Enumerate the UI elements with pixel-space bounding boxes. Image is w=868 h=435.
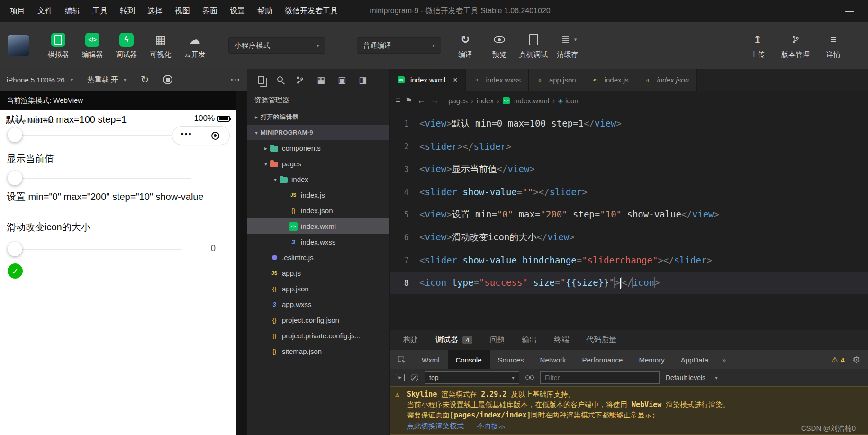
slider-default[interactable] bbox=[9, 135, 191, 136]
close-icon[interactable]: × bbox=[453, 76, 457, 84]
save-all-icon[interactable]: ▣ bbox=[338, 75, 346, 85]
console-levels-select[interactable]: Default levels ▾ bbox=[666, 374, 718, 381]
tab-index.wxml[interactable]: <>index.wxml× bbox=[390, 69, 466, 91]
menubar-item-8[interactable]: 界面 bbox=[196, 6, 224, 16]
console-warning-link-2[interactable]: 不再提示 bbox=[477, 422, 506, 430]
capsule-home-button[interactable] bbox=[201, 127, 230, 145]
live-expression-icon[interactable] bbox=[525, 375, 534, 380]
breadcrumb-item-index.wxml[interactable]: <>index.wxml bbox=[503, 97, 549, 105]
tree-item-project.config.json[interactable]: {}project.config.json bbox=[247, 312, 389, 328]
visualization-button[interactable]: 可视化 bbox=[145, 32, 176, 59]
source-control-icon[interactable] bbox=[296, 76, 304, 84]
menubar-item-10[interactable]: 帮助 bbox=[251, 6, 279, 16]
menubar-item-4[interactable]: 工具 bbox=[86, 6, 114, 16]
panel-tab-输出[interactable]: 输出 bbox=[522, 335, 537, 345]
minimize-icon[interactable]: — bbox=[845, 6, 854, 16]
debugger-button[interactable]: 调试器 bbox=[111, 32, 142, 59]
devtools-tab-performance[interactable]: Performance bbox=[574, 350, 631, 369]
warning-counter[interactable]: ⚠4 bbox=[832, 355, 845, 364]
code-line-8[interactable]: 8<icon type="success" size="{{size}}"></… bbox=[390, 272, 868, 294]
details-button[interactable]: 详情 bbox=[818, 32, 849, 59]
panel-resizer[interactable] bbox=[236, 91, 247, 435]
simulator-button[interactable]: 模拟器 bbox=[43, 32, 74, 59]
message-button[interactable]: 消 bbox=[856, 32, 868, 59]
devtools-tab-network[interactable]: Network bbox=[532, 350, 574, 369]
search-icon[interactable] bbox=[277, 76, 283, 82]
code-line-5[interactable]: 5<view>设置 min="0" max="200" step="10" sh… bbox=[390, 203, 868, 226]
tree-item-app.js[interactable]: JSapp.js bbox=[247, 265, 389, 281]
menubar-item-5[interactable]: 转到 bbox=[114, 6, 141, 16]
panel-tab-终端[interactable]: 终端 bbox=[554, 335, 569, 345]
navigate-back-icon[interactable]: ← bbox=[417, 96, 425, 106]
breadcrumb-item-index[interactable]: index bbox=[477, 97, 494, 105]
devtools-tab-sources[interactable]: Sources bbox=[490, 350, 532, 369]
device-select[interactable]: iPhone 5 100% 26 ▾ bbox=[7, 76, 73, 84]
menubar-item-11[interactable]: 微信开发者工具 bbox=[279, 6, 344, 16]
console-warning-link-1[interactable]: 点此切换渲染模式 bbox=[407, 422, 464, 430]
tab-app.json[interactable]: {}app.json bbox=[529, 69, 584, 91]
bookmark-icon[interactable]: ⚑ bbox=[405, 96, 412, 106]
stop-icon[interactable] bbox=[163, 75, 172, 84]
inspect-element-icon[interactable] bbox=[390, 355, 414, 364]
code-line-3[interactable]: 3<view>显示当前值</view> bbox=[390, 158, 868, 181]
tree-item-pages[interactable]: ▾pages bbox=[247, 156, 389, 172]
tab-index.js[interactable]: JSindex.js bbox=[584, 69, 637, 91]
more-tabs-icon[interactable]: » bbox=[716, 356, 732, 364]
menubar-item-2[interactable]: 文件 bbox=[31, 6, 59, 16]
menubar-item-1[interactable]: 项目 bbox=[4, 6, 31, 16]
mode-select[interactable]: 小程序模式 ▾ bbox=[228, 37, 326, 54]
panel-tab-问题[interactable]: 问题 bbox=[489, 335, 505, 345]
tree-item-index.wxss[interactable]: 3index.wxss bbox=[247, 234, 389, 250]
code-line-4[interactable]: 4<slider show-value=""></slider> bbox=[390, 181, 868, 203]
menubar-item-7[interactable]: 视图 bbox=[169, 6, 196, 16]
devtools-tab-appdata[interactable]: AppData bbox=[673, 350, 716, 369]
menubar-item-6[interactable]: 选择 bbox=[141, 6, 169, 16]
extensions-icon[interactable]: ▦ bbox=[317, 75, 325, 85]
outline-icon[interactable]: ≡ bbox=[396, 96, 400, 105]
hot-reload-toggle[interactable]: 热重载 开 ▾ bbox=[88, 75, 127, 84]
avatar[interactable] bbox=[8, 35, 29, 56]
tree-item-index.wxml[interactable]: <>index.wxml bbox=[247, 218, 389, 234]
tree-item-sitemap.json[interactable]: {}sitemap.json bbox=[247, 344, 389, 359]
menubar-item-3[interactable]: 编辑 bbox=[59, 6, 86, 16]
console-context-select[interactable]: top ▾ bbox=[425, 371, 519, 384]
files-icon[interactable] bbox=[258, 76, 264, 84]
console-filter-input[interactable] bbox=[540, 371, 660, 384]
code-editor[interactable]: 1<view>默认 min=0 max=100 step=1</view>2<s… bbox=[390, 110, 868, 330]
panel-tab-代码质量[interactable]: 代码质量 bbox=[586, 335, 616, 345]
more-actions-icon[interactable]: ⋯ bbox=[375, 96, 383, 104]
tree-item-[interactable]: ▸打开的编辑器 bbox=[247, 109, 389, 125]
more-options-icon[interactable]: ⋯ bbox=[230, 74, 241, 85]
editor-button[interactable]: 编辑器 bbox=[77, 32, 108, 59]
tree-item-.eslintrc.js[interactable]: .eslintrc.js bbox=[247, 250, 389, 265]
refresh-icon[interactable]: ↻ bbox=[141, 74, 149, 85]
tree-item-index[interactable]: ▾index bbox=[247, 172, 389, 187]
devtools-tab-wxml[interactable]: Wxml bbox=[414, 350, 448, 369]
preview-button[interactable]: 预览 bbox=[484, 32, 515, 59]
cloud-button[interactable]: 云开发 bbox=[179, 32, 210, 59]
docker-icon[interactable]: ◨ bbox=[359, 75, 367, 85]
slider-show-value[interactable] bbox=[9, 178, 191, 179]
slider-bindchange[interactable] bbox=[9, 249, 182, 250]
tree-item-components[interactable]: ▸components bbox=[247, 140, 389, 156]
breadcrumb-item-icon[interactable]: ◈icon bbox=[558, 97, 579, 105]
gear-icon[interactable]: ⚙ bbox=[852, 354, 860, 365]
devtools-tab-console[interactable]: Console bbox=[448, 350, 490, 369]
code-line-7[interactable]: 7<slider show-value bindchange="sliderch… bbox=[390, 249, 868, 272]
tree-item-index.json[interactable]: {}index.json bbox=[247, 203, 389, 218]
tree-item-app.json[interactable]: {}app.json bbox=[247, 281, 389, 297]
capsule-menu-button[interactable]: ••• bbox=[172, 127, 201, 145]
tree-item-app.wxss[interactable]: 3app.wxss bbox=[247, 297, 389, 312]
panel-tab-构建[interactable]: 构建 bbox=[403, 335, 418, 345]
tab-index.json[interactable]: {}index.json bbox=[636, 69, 697, 91]
console-sidebar-icon[interactable]: ▶ bbox=[396, 374, 405, 381]
remote-debug-button[interactable]: 真机调试 bbox=[518, 32, 549, 59]
compile-mode-select[interactable]: 普通编译 ▾ bbox=[357, 37, 441, 54]
devtools-tab-memory[interactable]: Memory bbox=[631, 350, 672, 369]
menubar-item-9[interactable]: 设置 bbox=[224, 6, 251, 16]
tree-item-index.js[interactable]: JSindex.js bbox=[247, 187, 389, 203]
tree-item-project.private.config.js...[interactable]: {}project.private.config.js... bbox=[247, 328, 389, 344]
compile-button[interactable]: 编译 bbox=[450, 32, 481, 59]
version-button[interactable]: 版本管理 bbox=[780, 32, 811, 59]
tree-item-MINIPROGRAM-9[interactable]: ▾MINIPROGRAM-9 bbox=[247, 125, 389, 140]
